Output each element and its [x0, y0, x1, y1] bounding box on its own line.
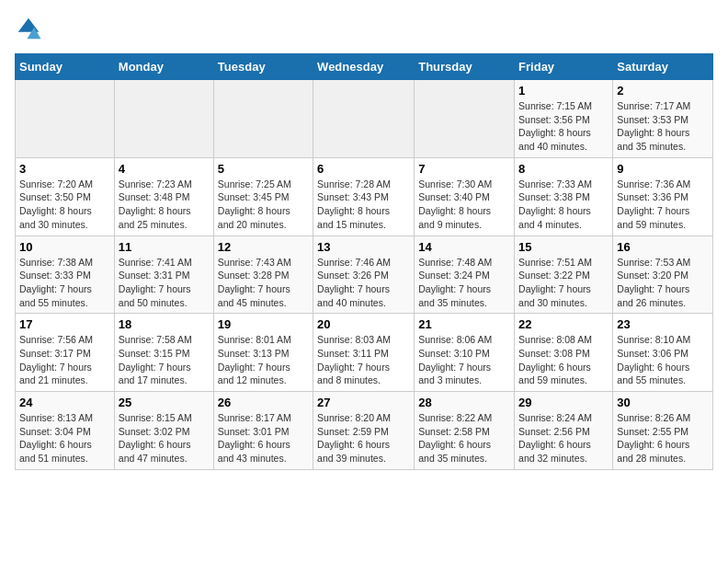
day-info: Sunrise: 7:30 AM Sunset: 3:40 PM Dayligh…	[418, 178, 510, 232]
svg-marker-0	[18, 18, 40, 32]
day-info: Sunrise: 7:28 AM Sunset: 3:43 PM Dayligh…	[317, 178, 410, 232]
day-info: Sunrise: 8:20 AM Sunset: 2:59 PM Dayligh…	[317, 411, 410, 465]
day-info: Sunrise: 7:33 AM Sunset: 3:38 PM Dayligh…	[518, 178, 609, 232]
week-row-1: 3Sunrise: 7:20 AM Sunset: 3:50 PM Daylig…	[16, 157, 713, 236]
day-info: Sunrise: 8:24 AM Sunset: 2:56 PM Dayligh…	[518, 411, 609, 465]
day-cell: 7Sunrise: 7:30 AM Sunset: 3:40 PM Daylig…	[415, 157, 515, 236]
day-info: Sunrise: 7:38 AM Sunset: 3:33 PM Dayligh…	[19, 256, 110, 310]
day-info: Sunrise: 8:13 AM Sunset: 3:04 PM Dayligh…	[19, 411, 110, 465]
logo	[15, 15, 46, 42]
day-cell	[415, 80, 515, 158]
day-number: 18	[119, 317, 210, 331]
day-number: 19	[218, 317, 309, 331]
day-info: Sunrise: 7:25 AM Sunset: 3:45 PM Dayligh…	[218, 178, 309, 232]
week-row-2: 10Sunrise: 7:38 AM Sunset: 3:33 PM Dayli…	[16, 236, 713, 314]
day-number: 21	[418, 317, 510, 331]
day-cell: 24Sunrise: 8:13 AM Sunset: 3:04 PM Dayli…	[16, 392, 115, 470]
day-number: 12	[218, 240, 309, 254]
week-row-4: 24Sunrise: 8:13 AM Sunset: 3:04 PM Dayli…	[16, 392, 713, 470]
day-number: 8	[518, 162, 609, 176]
day-cell: 25Sunrise: 8:15 AM Sunset: 3:02 PM Dayli…	[114, 392, 213, 470]
day-number: 16	[617, 240, 709, 254]
day-number: 1	[518, 84, 609, 98]
day-number: 28	[418, 396, 510, 409]
day-cell: 10Sunrise: 7:38 AM Sunset: 3:33 PM Dayli…	[16, 236, 115, 314]
day-number: 2	[617, 84, 709, 98]
day-info: Sunrise: 7:43 AM Sunset: 3:28 PM Dayligh…	[218, 256, 309, 310]
day-cell: 13Sunrise: 7:46 AM Sunset: 3:26 PM Dayli…	[313, 236, 415, 314]
day-info: Sunrise: 8:06 AM Sunset: 3:10 PM Dayligh…	[418, 333, 510, 387]
day-cell: 5Sunrise: 7:25 AM Sunset: 3:45 PM Daylig…	[213, 157, 313, 236]
day-cell	[313, 80, 415, 158]
day-number: 30	[617, 396, 709, 409]
day-info: Sunrise: 8:03 AM Sunset: 3:11 PM Dayligh…	[317, 333, 410, 387]
day-cell: 30Sunrise: 8:26 AM Sunset: 2:55 PM Dayli…	[613, 392, 713, 470]
day-info: Sunrise: 8:08 AM Sunset: 3:08 PM Dayligh…	[518, 333, 609, 387]
day-number: 17	[19, 317, 110, 331]
day-cell: 1Sunrise: 7:15 AM Sunset: 3:56 PM Daylig…	[515, 80, 613, 158]
day-number: 25	[119, 396, 210, 409]
day-info: Sunrise: 7:56 AM Sunset: 3:17 PM Dayligh…	[19, 333, 110, 387]
day-info: Sunrise: 8:10 AM Sunset: 3:06 PM Dayligh…	[617, 333, 709, 387]
day-info: Sunrise: 7:15 AM Sunset: 3:56 PM Dayligh…	[518, 99, 609, 154]
day-info: Sunrise: 8:22 AM Sunset: 2:58 PM Dayligh…	[418, 411, 510, 465]
day-cell: 11Sunrise: 7:41 AM Sunset: 3:31 PM Dayli…	[114, 236, 213, 314]
day-cell	[16, 80, 115, 158]
day-cell: 23Sunrise: 8:10 AM Sunset: 3:06 PM Dayli…	[613, 314, 713, 392]
day-info: Sunrise: 7:48 AM Sunset: 3:24 PM Dayligh…	[418, 256, 510, 310]
week-row-3: 17Sunrise: 7:56 AM Sunset: 3:17 PM Dayli…	[16, 314, 713, 392]
day-number: 14	[418, 240, 510, 254]
day-cell: 2Sunrise: 7:17 AM Sunset: 3:53 PM Daylig…	[613, 80, 713, 158]
day-cell: 16Sunrise: 7:53 AM Sunset: 3:20 PM Dayli…	[613, 236, 713, 314]
day-number: 27	[317, 396, 410, 409]
day-number: 20	[317, 317, 410, 331]
logo-icon	[15, 15, 42, 42]
day-cell: 12Sunrise: 7:43 AM Sunset: 3:28 PM Dayli…	[213, 236, 313, 314]
day-cell: 26Sunrise: 8:17 AM Sunset: 3:01 PM Dayli…	[213, 392, 313, 470]
day-cell: 17Sunrise: 7:56 AM Sunset: 3:17 PM Dayli…	[16, 314, 115, 392]
day-cell: 22Sunrise: 8:08 AM Sunset: 3:08 PM Dayli…	[515, 314, 613, 392]
day-cell: 20Sunrise: 8:03 AM Sunset: 3:11 PM Dayli…	[313, 314, 415, 392]
header-cell-thursday: Thursday	[415, 54, 515, 80]
header-cell-tuesday: Tuesday	[213, 54, 313, 80]
day-number: 7	[418, 162, 510, 176]
day-info: Sunrise: 7:58 AM Sunset: 3:15 PM Dayligh…	[119, 333, 210, 387]
day-info: Sunrise: 7:17 AM Sunset: 3:53 PM Dayligh…	[617, 99, 709, 154]
day-info: Sunrise: 7:51 AM Sunset: 3:22 PM Dayligh…	[518, 256, 609, 310]
day-cell: 3Sunrise: 7:20 AM Sunset: 3:50 PM Daylig…	[16, 157, 115, 236]
day-number: 15	[518, 240, 609, 254]
header	[15, 15, 713, 42]
day-number: 10	[19, 240, 110, 254]
day-cell: 4Sunrise: 7:23 AM Sunset: 3:48 PM Daylig…	[114, 157, 213, 236]
day-cell: 15Sunrise: 7:51 AM Sunset: 3:22 PM Dayli…	[515, 236, 613, 314]
day-number: 11	[119, 240, 210, 254]
day-number: 22	[518, 317, 609, 331]
day-info: Sunrise: 8:15 AM Sunset: 3:02 PM Dayligh…	[119, 411, 210, 465]
day-cell: 14Sunrise: 7:48 AM Sunset: 3:24 PM Dayli…	[415, 236, 515, 314]
day-number: 6	[317, 162, 410, 176]
calendar-table: SundayMondayTuesdayWednesdayThursdayFrid…	[15, 53, 713, 470]
day-number: 4	[119, 162, 210, 176]
day-cell: 27Sunrise: 8:20 AM Sunset: 2:59 PM Dayli…	[313, 392, 415, 470]
day-cell: 21Sunrise: 8:06 AM Sunset: 3:10 PM Dayli…	[415, 314, 515, 392]
day-cell: 19Sunrise: 8:01 AM Sunset: 3:13 PM Dayli…	[213, 314, 313, 392]
header-cell-wednesday: Wednesday	[313, 54, 415, 80]
day-info: Sunrise: 8:01 AM Sunset: 3:13 PM Dayligh…	[218, 333, 309, 387]
day-cell	[114, 80, 213, 158]
day-info: Sunrise: 7:23 AM Sunset: 3:48 PM Dayligh…	[119, 178, 210, 232]
day-number: 24	[19, 396, 110, 409]
day-number: 5	[218, 162, 309, 176]
day-cell	[213, 80, 313, 158]
day-info: Sunrise: 7:20 AM Sunset: 3:50 PM Dayligh…	[19, 178, 110, 232]
day-number: 23	[617, 317, 709, 331]
day-cell: 29Sunrise: 8:24 AM Sunset: 2:56 PM Dayli…	[515, 392, 613, 470]
day-info: Sunrise: 7:36 AM Sunset: 3:36 PM Dayligh…	[617, 178, 709, 232]
day-number: 26	[218, 396, 309, 409]
day-number: 13	[317, 240, 410, 254]
header-cell-saturday: Saturday	[613, 54, 713, 80]
header-cell-friday: Friday	[515, 54, 613, 80]
day-cell: 9Sunrise: 7:36 AM Sunset: 3:36 PM Daylig…	[613, 157, 713, 236]
day-info: Sunrise: 7:53 AM Sunset: 3:20 PM Dayligh…	[617, 256, 709, 310]
day-number: 3	[19, 162, 110, 176]
week-row-0: 1Sunrise: 7:15 AM Sunset: 3:56 PM Daylig…	[16, 80, 713, 158]
